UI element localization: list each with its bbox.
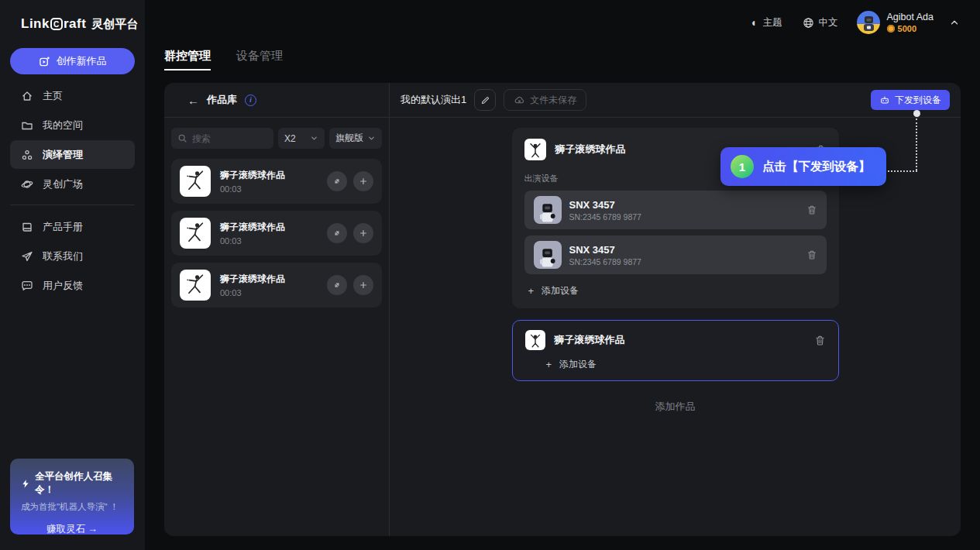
username: Agibot Ada — [887, 12, 934, 22]
tooltip-text: 点击【下发到设备】 — [762, 159, 871, 175]
sidebar-item-feedback[interactable]: 用户反馈 — [10, 271, 135, 300]
group-dots-icon — [21, 149, 33, 161]
promo-title: 全平台创作人召集令！ — [35, 470, 123, 497]
device-avatar — [534, 196, 562, 224]
earn-gems-button[interactable]: 赚取灵石 → — [10, 523, 134, 535]
coin-count: 5000 — [898, 24, 916, 33]
brand-c-icon: C — [50, 18, 63, 30]
edition-filter-value: 旗舰版 — [335, 132, 363, 145]
user-avatar[interactable] — [857, 11, 880, 34]
chevron-up-icon[interactable] — [949, 17, 960, 28]
library-title: 作品库 — [207, 93, 237, 107]
tab-group-control[interactable]: 群控管理 — [164, 49, 211, 70]
work-title: 狮子滚绣球作品 — [220, 169, 321, 182]
library-item[interactable]: 狮子滚绣球作品 00:03 — [171, 211, 382, 256]
add-to-stage-button[interactable] — [353, 275, 373, 295]
device-name: SNX 3457 — [569, 199, 806, 211]
unsaved-status-badge: 文件未保存 — [504, 89, 586, 111]
library-item[interactable]: 狮子滚绣球作品 00:03 — [171, 263, 382, 308]
cloud-off-icon — [514, 95, 525, 106]
folder-icon — [21, 119, 33, 132]
work-thumbnail — [180, 270, 211, 301]
add-device-button[interactable]: + 添加设备 — [524, 284, 827, 297]
device-serial: SN:2345 6789 9877 — [569, 212, 806, 222]
search-input[interactable] — [192, 133, 262, 144]
app-root: LinkCraft 灵创平台 创作新作品 主页 — [0, 0, 980, 550]
add-work-button[interactable]: 添加作品 — [655, 400, 696, 414]
add-device-button[interactable]: + 添加设备 — [525, 358, 826, 371]
step-number-badge: 1 — [731, 155, 754, 178]
user-info: Agibot Ada 5000 — [887, 12, 934, 33]
add-to-stage-button[interactable] — [353, 223, 373, 243]
work-info: 狮子滚绣球作品 00:03 — [220, 169, 321, 194]
sidebar-item-label: 演绎管理 — [43, 148, 83, 162]
device-row[interactable]: SNX 3457 SN:2345 6789 9877 — [524, 191, 827, 229]
device-avatar — [534, 241, 562, 269]
edit-title-button[interactable] — [474, 89, 496, 111]
device-row[interactable]: SNX 3457 SN:2345 6789 9877 — [524, 235, 827, 274]
home-icon — [21, 90, 33, 102]
trash-icon[interactable] — [806, 205, 817, 215]
book-icon — [21, 221, 33, 233]
onboarding-tooltip: 1 点击【下发到设备】 — [720, 147, 886, 186]
add-device-label: 添加设备 — [559, 358, 597, 371]
stage-work-card-selected[interactable]: 狮子滚绣球作品 + 添加设备 — [512, 320, 839, 381]
deploy-to-device-button[interactable]: 下发到设备 — [871, 90, 950, 110]
language-label: 中文 — [819, 16, 838, 29]
tab-device-mgmt[interactable]: 设备管理 — [236, 49, 283, 70]
create-work-label: 创作新作品 — [57, 54, 107, 68]
topbar: ◐ 主题 中文 Agibot Ada 5000 — [145, 0, 980, 45]
device-info: SNX 3457 SN:2345 6789 9877 — [569, 199, 806, 222]
sidebar-item-home[interactable]: 主页 — [10, 81, 135, 110]
expand-button[interactable] — [327, 223, 347, 243]
sidebar-item-my-space[interactable]: 我的空间 — [10, 111, 135, 139]
sidebar-nav-main: 主页 我的空间 演绎管理 灵创广场 — [0, 81, 145, 198]
back-arrow-icon[interactable]: ← — [187, 94, 199, 107]
brand-logo-text: LinkCraft — [21, 16, 86, 32]
speed-filter-dropdown[interactable]: X2 — [278, 128, 325, 149]
sidebar-item-label: 我的空间 — [43, 119, 83, 132]
promo-title-row: 全平台创作人召集令！ — [21, 470, 123, 497]
add-to-stage-button[interactable] — [353, 171, 373, 191]
expand-button[interactable] — [327, 171, 347, 191]
library-filters: X2 旗舰版 — [164, 118, 389, 149]
work-info: 狮子滚绣球作品 00:03 — [220, 221, 321, 246]
work-thumbnail — [180, 166, 211, 197]
language-switcher[interactable]: 中文 — [803, 16, 838, 29]
connector-dot — [913, 110, 920, 117]
library-list: 狮子滚绣球作品 00:03 狮子滚绣球作品 — [164, 149, 389, 308]
sidebar-item-label: 产品手册 — [43, 220, 83, 234]
deploy-label: 下发到设备 — [895, 94, 941, 107]
video-create-icon — [39, 56, 50, 67]
theme-icon: ◐ — [751, 16, 758, 29]
device-name: SNX 3457 — [569, 244, 806, 256]
sidebar-item-manual[interactable]: 产品手册 — [10, 212, 135, 241]
sidebar-item-label: 主页 — [43, 89, 63, 103]
search-icon — [177, 133, 187, 143]
sidebar-item-contact[interactable]: 联系我们 — [10, 242, 135, 270]
trash-icon[interactable] — [814, 335, 826, 346]
edition-filter-dropdown[interactable]: 旗舰版 — [329, 128, 382, 149]
sidebar-item-plaza[interactable]: 灵创广场 — [10, 170, 135, 198]
paper-plane-icon — [21, 250, 33, 263]
sidebar-item-performance-mgmt[interactable]: 演绎管理 — [10, 140, 135, 169]
info-icon[interactable]: i — [245, 95, 256, 106]
work-title: 狮子滚绣球作品 — [555, 143, 626, 156]
create-work-button[interactable]: 创作新作品 — [10, 48, 135, 74]
sidebar-nav-secondary: 产品手册 联系我们 用户反馈 — [0, 212, 145, 300]
trash-icon[interactable] — [806, 249, 817, 260]
library-item[interactable]: 狮子滚绣球作品 00:03 — [171, 159, 382, 204]
expand-button[interactable] — [327, 275, 347, 295]
promo-card: 全平台创作人召集令！ 成为首批"机器人导演" ！ 赚取灵石 → — [10, 459, 134, 535]
planet-icon — [21, 178, 33, 191]
speed-filter-value: X2 — [284, 133, 296, 144]
work-duration: 00:03 — [220, 288, 321, 297]
show-title: 我的默认演出1 — [401, 93, 466, 107]
search-box[interactable] — [171, 128, 273, 149]
chevron-down-icon — [310, 134, 318, 143]
theme-toggle[interactable]: ◐ 主题 — [751, 16, 782, 29]
theme-label: 主题 — [763, 16, 782, 29]
library-header: ← 作品库 i — [164, 83, 389, 118]
coin-icon — [887, 25, 895, 33]
library-pane: ← 作品库 i X2 旗舰版 — [164, 83, 390, 536]
